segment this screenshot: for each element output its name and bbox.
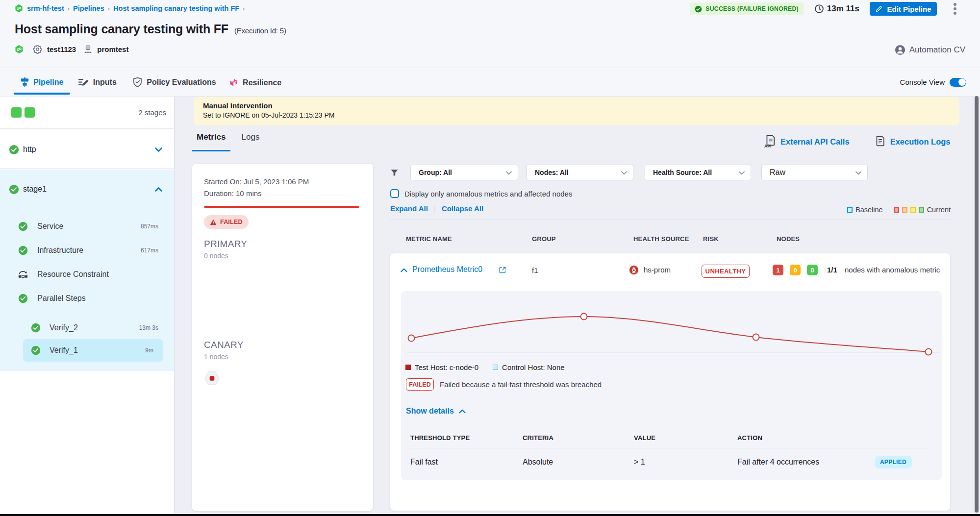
svg-text:API: API bbox=[764, 143, 772, 147]
